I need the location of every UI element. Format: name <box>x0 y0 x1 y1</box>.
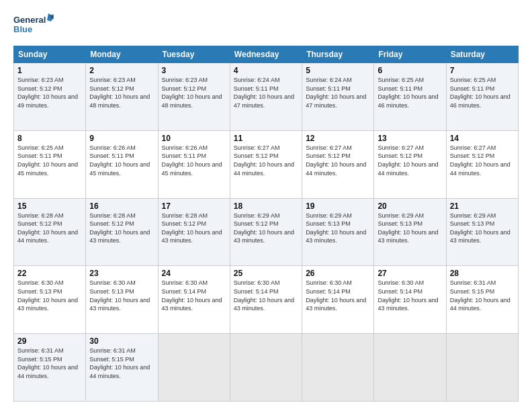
day-info: Sunrise: 6:27 AMSunset: 5:12 PMDaylight:… <box>450 144 511 177</box>
calendar-day-25: 25 Sunrise: 6:30 AMSunset: 5:14 PMDaylig… <box>230 266 302 334</box>
calendar-day-2: 2 Sunrise: 6:23 AMSunset: 5:12 PMDayligh… <box>86 63 158 131</box>
calendar-day-19: 19 Sunrise: 6:29 AMSunset: 5:13 PMDaylig… <box>302 198 374 266</box>
day-number: 10 <box>162 134 226 143</box>
calendar-day-18: 18 Sunrise: 6:29 AMSunset: 5:12 PMDaylig… <box>230 198 302 266</box>
day-info: Sunrise: 6:25 AMSunset: 5:11 PMDaylight:… <box>450 77 511 109</box>
day-info: Sunrise: 6:31 AMSunset: 5:15 PMDaylight:… <box>17 347 78 379</box>
calendar-table: SundayMondayTuesdayWednesdayThursdayFrid… <box>13 46 519 402</box>
day-number: 6 <box>378 66 442 75</box>
day-number: 23 <box>89 269 154 278</box>
calendar-day-1: 1 Sunrise: 6:23 AMSunset: 5:12 PMDayligh… <box>14 63 86 131</box>
day-info: Sunrise: 6:25 AMSunset: 5:11 PMDaylight:… <box>17 144 78 177</box>
calendar-day-6: 6 Sunrise: 6:25 AMSunset: 5:11 PMDayligh… <box>374 63 446 131</box>
day-number: 8 <box>17 134 82 143</box>
day-number: 1 <box>17 66 82 75</box>
day-number: 16 <box>89 201 154 211</box>
day-info: Sunrise: 6:23 AMSunset: 5:12 PMDaylight:… <box>162 77 222 109</box>
empty-cell <box>374 334 446 402</box>
calendar-day-24: 24 Sunrise: 6:30 AMSunset: 5:14 PMDaylig… <box>158 266 230 334</box>
weekday-header-wednesday: Wednesday <box>230 46 302 63</box>
day-info: Sunrise: 6:28 AMSunset: 5:12 PMDaylight:… <box>162 212 222 244</box>
general-blue-logo: General Blue <box>13 12 54 39</box>
page-header: General Blue <box>13 12 519 39</box>
calendar-day-12: 12 Sunrise: 6:27 AMSunset: 5:12 PMDaylig… <box>302 130 374 198</box>
day-info: Sunrise: 6:25 AMSunset: 5:11 PMDaylight:… <box>378 77 438 109</box>
day-number: 13 <box>378 134 442 143</box>
empty-cell <box>302 334 374 402</box>
calendar-day-13: 13 Sunrise: 6:27 AMSunset: 5:12 PMDaylig… <box>374 130 446 198</box>
day-info: Sunrise: 6:29 AMSunset: 5:13 PMDaylight:… <box>306 212 366 244</box>
day-info: Sunrise: 6:29 AMSunset: 5:13 PMDaylight:… <box>378 212 438 244</box>
calendar-day-7: 7 Sunrise: 6:25 AMSunset: 5:11 PMDayligh… <box>446 63 518 131</box>
calendar-day-16: 16 Sunrise: 6:28 AMSunset: 5:12 PMDaylig… <box>86 198 158 266</box>
calendar-day-28: 28 Sunrise: 6:31 AMSunset: 5:15 PMDaylig… <box>446 266 518 334</box>
day-number: 28 <box>450 269 515 278</box>
day-number: 25 <box>234 269 298 278</box>
calendar-day-14: 14 Sunrise: 6:27 AMSunset: 5:12 PMDaylig… <box>446 130 518 198</box>
day-info: Sunrise: 6:28 AMSunset: 5:12 PMDaylight:… <box>17 212 78 244</box>
day-info: Sunrise: 6:26 AMSunset: 5:11 PMDaylight:… <box>89 144 150 177</box>
day-number: 12 <box>306 134 370 143</box>
day-info: Sunrise: 6:30 AMSunset: 5:14 PMDaylight:… <box>234 279 294 312</box>
day-info: Sunrise: 6:30 AMSunset: 5:14 PMDaylight:… <box>162 279 222 312</box>
day-number: 22 <box>17 269 82 278</box>
calendar-day-4: 4 Sunrise: 6:24 AMSunset: 5:11 PMDayligh… <box>230 63 302 131</box>
day-info: Sunrise: 6:30 AMSunset: 5:14 PMDaylight:… <box>378 279 438 312</box>
day-info: Sunrise: 6:28 AMSunset: 5:12 PMDaylight:… <box>89 212 150 244</box>
calendar-day-3: 3 Sunrise: 6:23 AMSunset: 5:12 PMDayligh… <box>158 63 230 131</box>
day-number: 24 <box>162 269 226 278</box>
calendar-day-26: 26 Sunrise: 6:30 AMSunset: 5:14 PMDaylig… <box>302 266 374 334</box>
empty-cell <box>230 334 302 402</box>
calendar-day-10: 10 Sunrise: 6:26 AMSunset: 5:11 PMDaylig… <box>158 130 230 198</box>
day-number: 26 <box>306 269 370 278</box>
day-number: 14 <box>450 134 515 143</box>
day-number: 19 <box>306 201 370 211</box>
day-info: Sunrise: 6:27 AMSunset: 5:12 PMDaylight:… <box>378 144 438 177</box>
calendar-day-20: 20 Sunrise: 6:29 AMSunset: 5:13 PMDaylig… <box>374 198 446 266</box>
day-number: 15 <box>17 201 82 211</box>
calendar-day-11: 11 Sunrise: 6:27 AMSunset: 5:12 PMDaylig… <box>230 130 302 198</box>
svg-text:General: General <box>13 15 46 25</box>
day-number: 9 <box>89 134 154 143</box>
day-info: Sunrise: 6:29 AMSunset: 5:13 PMDaylight:… <box>450 212 511 244</box>
day-info: Sunrise: 6:26 AMSunset: 5:11 PMDaylight:… <box>162 144 222 177</box>
day-info: Sunrise: 6:23 AMSunset: 5:12 PMDaylight:… <box>89 77 150 109</box>
weekday-header-friday: Friday <box>374 46 446 63</box>
day-number: 29 <box>17 336 82 346</box>
day-info: Sunrise: 6:31 AMSunset: 5:15 PMDaylight:… <box>89 347 150 379</box>
day-number: 20 <box>378 201 442 211</box>
calendar-day-5: 5 Sunrise: 6:24 AMSunset: 5:11 PMDayligh… <box>302 63 374 131</box>
calendar-day-21: 21 Sunrise: 6:29 AMSunset: 5:13 PMDaylig… <box>446 198 518 266</box>
calendar-day-27: 27 Sunrise: 6:30 AMSunset: 5:14 PMDaylig… <box>374 266 446 334</box>
day-info: Sunrise: 6:24 AMSunset: 5:11 PMDaylight:… <box>306 77 366 109</box>
logo: General Blue <box>13 12 54 39</box>
day-info: Sunrise: 6:27 AMSunset: 5:12 PMDaylight:… <box>306 144 366 177</box>
weekday-header-saturday: Saturday <box>446 46 518 63</box>
calendar-day-15: 15 Sunrise: 6:28 AMSunset: 5:12 PMDaylig… <box>14 198 86 266</box>
empty-cell <box>446 334 518 402</box>
calendar-day-9: 9 Sunrise: 6:26 AMSunset: 5:11 PMDayligh… <box>86 130 158 198</box>
day-number: 4 <box>234 66 298 75</box>
day-info: Sunrise: 6:27 AMSunset: 5:12 PMDaylight:… <box>234 144 294 177</box>
day-info: Sunrise: 6:30 AMSunset: 5:13 PMDaylight:… <box>89 279 150 312</box>
day-info: Sunrise: 6:23 AMSunset: 5:12 PMDaylight:… <box>17 77 78 109</box>
day-info: Sunrise: 6:30 AMSunset: 5:14 PMDaylight:… <box>306 279 366 312</box>
svg-text:Blue: Blue <box>13 24 32 34</box>
calendar-day-17: 17 Sunrise: 6:28 AMSunset: 5:12 PMDaylig… <box>158 198 230 266</box>
empty-cell <box>158 334 230 402</box>
calendar-day-22: 22 Sunrise: 6:30 AMSunset: 5:13 PMDaylig… <box>14 266 86 334</box>
day-number: 17 <box>162 201 226 211</box>
weekday-header-monday: Monday <box>86 46 158 63</box>
day-number: 27 <box>378 269 442 278</box>
day-number: 7 <box>450 66 515 75</box>
calendar-day-23: 23 Sunrise: 6:30 AMSunset: 5:13 PMDaylig… <box>86 266 158 334</box>
day-number: 18 <box>234 201 298 211</box>
weekday-header-tuesday: Tuesday <box>158 46 230 63</box>
day-number: 5 <box>306 66 370 75</box>
day-number: 11 <box>234 134 298 143</box>
calendar-day-8: 8 Sunrise: 6:25 AMSunset: 5:11 PMDayligh… <box>14 130 86 198</box>
day-info: Sunrise: 6:29 AMSunset: 5:12 PMDaylight:… <box>234 212 294 244</box>
day-info: Sunrise: 6:31 AMSunset: 5:15 PMDaylight:… <box>450 279 511 312</box>
day-info: Sunrise: 6:24 AMSunset: 5:11 PMDaylight:… <box>234 77 294 109</box>
calendar-day-29: 29 Sunrise: 6:31 AMSunset: 5:15 PMDaylig… <box>14 334 86 402</box>
